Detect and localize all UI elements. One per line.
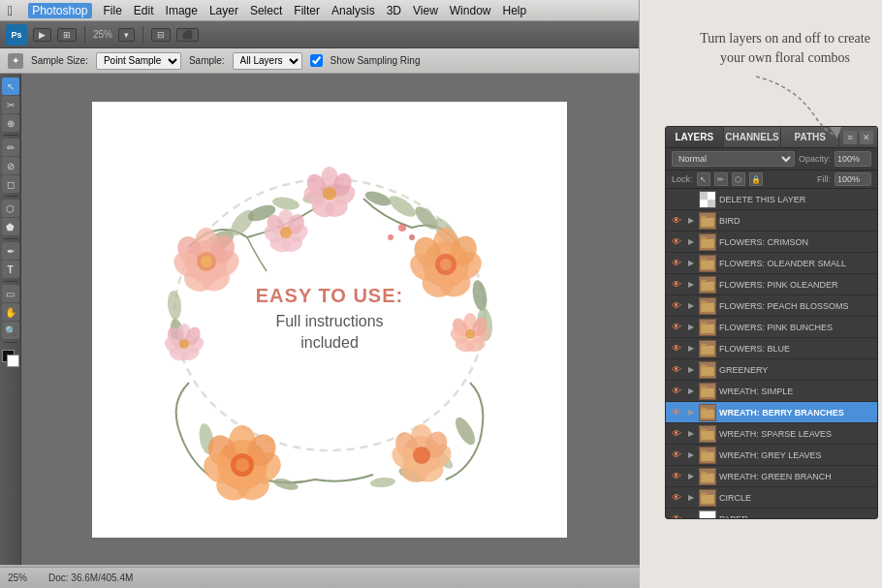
lock-pixels-btn[interactable]: ✏ <box>714 172 728 186</box>
layer-row[interactable]: 👁▶FLOWERS: PINK BUNCHES <box>666 317 877 338</box>
layer-visibility-toggle[interactable]: 👁 <box>670 385 683 398</box>
sample-size-label: Sample Size: <box>31 55 88 66</box>
lock-image-btn[interactable]: ⬡ <box>732 172 745 186</box>
select-tool[interactable]: ↖ <box>2 77 19 95</box>
layer-expand-btn[interactable]: ▶ <box>686 216 696 226</box>
layer-row[interactable]: 👁▶WREATH: BERRY BRANCHES <box>666 402 877 423</box>
layer-row[interactable]: 👁▶FLOWERS: PINK OLEANDER <box>666 274 877 295</box>
layer-visibility-toggle[interactable]: 👁 <box>670 321 683 334</box>
blend-mode-select[interactable]: Normal <box>672 151 795 167</box>
layer-row[interactable]: 👁PAPER <box>666 509 877 518</box>
menu-file[interactable]: File <box>104 4 122 17</box>
zoom-btn[interactable]: ▾ <box>118 28 135 42</box>
eraser-tool[interactable]: ◻ <box>2 175 19 193</box>
dodge-tool[interactable]: ⬟ <box>2 218 19 235</box>
lock-fill-row: Lock: ↖ ✏ ⬡ 🔒 Fill: <box>666 170 877 189</box>
layer-row[interactable]: 👁▶WREATH: SPARSE LEAVES <box>666 423 877 445</box>
layer-visibility-toggle[interactable]: 👁 <box>670 257 683 270</box>
lock-position-btn[interactable]: ↖ <box>697 172 710 186</box>
menu-layer[interactable]: Layer <box>209 4 238 17</box>
apple-menu[interactable]:  <box>8 3 13 18</box>
hand-tool[interactable]: ✋ <box>2 303 19 321</box>
ps-toolbar: Ps ▶ ⊞ 25% ▾ ⊟ ⬛ <box>0 21 639 48</box>
layer-expand-btn[interactable]: ▶ <box>686 493 696 503</box>
arrange-btn[interactable]: ⊟ <box>151 28 171 42</box>
layer-expand-btn[interactable]: ▶ <box>686 323 696 332</box>
layer-row[interactable]: 👁▶WREATH: SIMPLE <box>666 381 877 402</box>
layer-row[interactable]: 👁▶CIRCLE <box>666 487 877 509</box>
layer-expand-btn[interactable]: ▶ <box>686 472 696 481</box>
menu-analysis[interactable]: Analysis <box>331 4 375 17</box>
sample-select[interactable]: All Layers <box>233 52 302 70</box>
layer-visibility-toggle[interactable]: 👁 <box>670 406 683 419</box>
layer-row[interactable]: 👁▶FLOWERS: OLEANDER SMALL <box>666 253 877 274</box>
stamp-tool[interactable]: ⊘ <box>2 157 19 174</box>
lock-all-btn[interactable]: 🔒 <box>749 172 763 186</box>
menu-photoshop[interactable]: Photoshop <box>28 3 91 18</box>
layer-row[interactable]: 👁▶WREATH: GREEN BRANCH <box>666 466 877 487</box>
layer-expand-btn[interactable] <box>686 514 696 519</box>
sample-size-select[interactable]: Point Sample <box>96 52 181 70</box>
layer-expand-btn[interactable]: ▶ <box>686 301 696 311</box>
layer-visibility-toggle[interactable]: 👁 <box>670 214 683 228</box>
sampling-ring-checkbox[interactable] <box>310 54 323 67</box>
shape-tool[interactable]: ▭ <box>2 285 19 302</box>
layer-visibility-toggle[interactable]: 👁 <box>670 363 683 377</box>
tool-option-btn[interactable]: ⊞ <box>57 28 77 42</box>
layer-visibility-toggle[interactable]: 👁 <box>670 512 683 519</box>
zoom-tool[interactable]: 🔍 <box>2 322 19 339</box>
menu-3d[interactable]: 3D <box>387 4 401 17</box>
pen-tool[interactable]: ✒ <box>2 242 19 260</box>
layer-thumbnail <box>699 276 716 294</box>
layer-expand-btn[interactable]: ▶ <box>686 280 696 290</box>
layer-name-label: FLOWERS: PEACH BLOSSOMS <box>719 301 873 311</box>
layer-expand-btn[interactable]: ▶ <box>686 237 696 247</box>
panel-close-btn[interactable]: ✕ <box>860 131 873 144</box>
layer-visibility-toggle[interactable]: 👁 <box>670 427 683 441</box>
brush-tool[interactable]: ✏ <box>2 139 19 156</box>
fill-input[interactable] <box>835 172 871 186</box>
layer-row[interactable]: 👁▶GREENERY <box>666 359 877 381</box>
layer-expand-btn[interactable] <box>686 195 696 204</box>
layer-expand-btn[interactable]: ▶ <box>686 365 696 375</box>
layer-row[interactable]: 👁▶BIRD <box>666 210 877 232</box>
layer-visibility-toggle[interactable]: 👁 <box>670 491 683 505</box>
layer-visibility-toggle[interactable]: 👁 <box>670 470 683 483</box>
menu-image[interactable]: Image <box>166 4 198 17</box>
tool-separator-3 <box>4 238 17 239</box>
layer-visibility-toggle[interactable]: 👁 <box>670 299 683 313</box>
layer-visibility-toggle[interactable]: 👁 <box>670 342 683 356</box>
menu-window[interactable]: Window <box>450 4 491 17</box>
svg-rect-113 <box>701 473 714 482</box>
menu-edit[interactable]: Edit <box>134 4 154 17</box>
layer-row[interactable]: 👁▶FLOWERS: PEACH BLOSSOMS <box>666 295 877 317</box>
layer-expand-btn[interactable]: ▶ <box>686 429 696 439</box>
view-btn[interactable]: ⬛ <box>176 28 199 42</box>
layer-row[interactable]: 👁▶WREATH: GREY LEAVES <box>666 445 877 466</box>
layer-visibility-toggle[interactable] <box>670 193 683 206</box>
layer-expand-btn[interactable]: ▶ <box>686 450 696 460</box>
menu-filter[interactable]: Filter <box>294 4 320 17</box>
eyedropper-icon[interactable]: ✦ <box>8 53 23 69</box>
background-color[interactable] <box>7 355 19 367</box>
crop-tool[interactable]: ✂ <box>2 96 19 113</box>
layer-visibility-toggle[interactable]: 👁 <box>670 449 683 462</box>
tool-mode-btn[interactable]: ▶ <box>33 28 51 42</box>
lasso-tool[interactable]: ⊕ <box>2 114 19 132</box>
opacity-input[interactable] <box>835 151 871 167</box>
layer-visibility-toggle[interactable]: 👁 <box>670 278 683 292</box>
type-tool[interactable]: T <box>2 261 19 278</box>
menu-select[interactable]: Select <box>250 4 282 17</box>
layer-row[interactable]: 👁▶FLOWERS: CRIMSON <box>666 232 877 253</box>
gradient-tool[interactable]: ⬡ <box>2 200 19 217</box>
layer-row[interactable]: DELETE THIS LAYER <box>666 189 877 210</box>
layer-expand-btn[interactable]: ▶ <box>686 387 696 396</box>
layer-row[interactable]: 👁▶FLOWERS: BLUE <box>666 338 877 359</box>
tab-layers[interactable]: LAYERS <box>666 127 724 147</box>
layer-expand-btn[interactable]: ▶ <box>686 408 696 418</box>
menu-help[interactable]: Help <box>502 4 526 17</box>
layer-expand-btn[interactable]: ▶ <box>686 344 696 354</box>
layer-visibility-toggle[interactable]: 👁 <box>670 235 683 249</box>
layer-expand-btn[interactable]: ▶ <box>686 259 696 268</box>
menu-view[interactable]: View <box>413 4 438 17</box>
